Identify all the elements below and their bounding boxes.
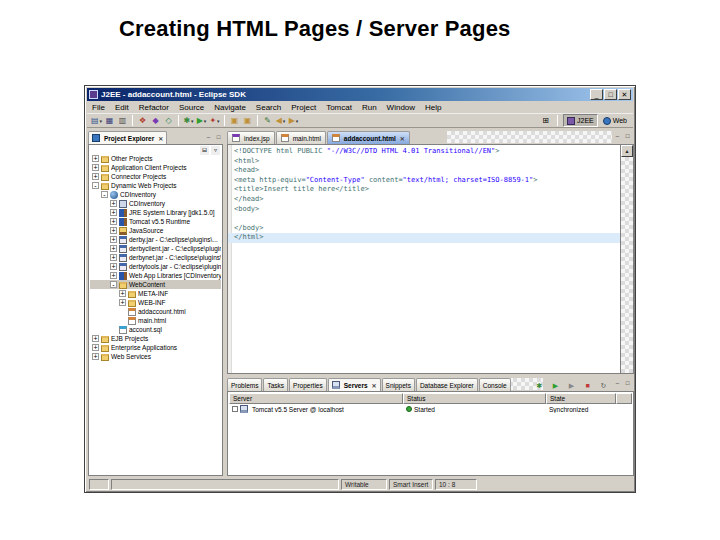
maximize-view-icon[interactable]: □ (623, 379, 632, 388)
collapse-icon[interactable]: - (110, 281, 117, 288)
expand-icon[interactable]: + (92, 353, 99, 360)
menu-project[interactable]: Project (286, 103, 321, 112)
tab-database-explorer[interactable]: Database Explorer (416, 378, 478, 391)
new-wizard-icon[interactable]: ▤▾ (90, 114, 103, 127)
expand-icon[interactable]: + (110, 218, 117, 225)
export-icon[interactable]: ▣ (241, 114, 254, 127)
tree-item[interactable]: +WEB-INF (90, 298, 221, 307)
tree-item[interactable]: +derbytools.jar - C:\eclipse\plugins\... (90, 262, 221, 271)
tree-item[interactable]: -CDInventory (90, 190, 221, 199)
collapse-icon[interactable]: - (101, 191, 108, 198)
minimize-view-icon[interactable]: – (204, 133, 213, 142)
column-status[interactable]: Status (403, 393, 546, 404)
tree-item[interactable]: +Tomcat v5.5 Runtime (90, 217, 221, 226)
maximize-view-icon[interactable]: □ (623, 132, 632, 141)
menu-edit[interactable]: Edit (110, 103, 134, 112)
menu-file[interactable]: File (87, 103, 110, 112)
scrollbar-track[interactable] (621, 157, 633, 373)
tree-item[interactable]: +EJB Projects (90, 334, 221, 343)
new-servlet-icon[interactable]: ◆ (149, 114, 162, 127)
expand-icon[interactable]: + (119, 290, 126, 297)
print-icon[interactable]: ▥ (116, 114, 129, 127)
expand-icon[interactable]: + (119, 299, 126, 306)
expand-icon[interactable]: + (92, 173, 99, 180)
menu-search[interactable]: Search (251, 103, 286, 112)
column-state[interactable]: State (546, 393, 616, 404)
minimize-button[interactable]: _ (590, 89, 603, 100)
minimize-view-icon[interactable]: – (613, 379, 622, 388)
menu-window[interactable]: Window (382, 103, 420, 112)
code-editor[interactable]: <!DOCTYPE html PUBLIC "-//W3C//DTD HTML … (227, 144, 634, 374)
tab-properties[interactable]: Properties (289, 378, 327, 391)
server-row[interactable]: Tomcat v5.5 Server @ localhostStartedSyn… (229, 404, 632, 414)
expand-icon[interactable]: + (92, 344, 99, 351)
tree-item[interactable]: addaccount.html (90, 307, 221, 316)
maximize-view-icon[interactable]: □ (214, 133, 223, 142)
tree-item[interactable]: +derbynet.jar - C:\eclipse\plugins\... (90, 253, 221, 262)
menu-refactor[interactable]: Refactor (134, 103, 174, 112)
menu-source[interactable]: Source (174, 103, 209, 112)
close-icon[interactable]: ✕ (158, 135, 163, 142)
menu-tomcat[interactable]: Tomcat (321, 103, 357, 112)
tree-item[interactable]: +Application Client Projects (90, 163, 221, 172)
editor-tab-addaccount-html[interactable]: addaccount.html✕ (327, 131, 410, 144)
expand-icon[interactable]: + (92, 335, 99, 342)
close-button[interactable]: ✕ (618, 89, 631, 100)
new-web-project-icon[interactable]: ❖ (136, 114, 149, 127)
expand-icon[interactable]: + (110, 227, 117, 234)
expand-icon[interactable]: + (110, 254, 117, 261)
save-icon[interactable]: ▦ (103, 114, 116, 127)
minimize-view-icon[interactable]: – (613, 132, 622, 141)
project-tree[interactable]: +Other Projects+Application Client Proje… (90, 154, 221, 474)
tree-item[interactable]: +JRE System Library [jdk1.5.0] (90, 208, 221, 217)
tree-item[interactable]: +Web App Libraries [CDInventory] (90, 271, 221, 280)
column-server[interactable]: Server (229, 393, 403, 404)
expand-icon[interactable]: + (110, 245, 117, 252)
tree-item[interactable]: +JavaSource (90, 226, 221, 235)
open-perspective-icon[interactable]: ⊞ (539, 114, 552, 127)
tree-item[interactable]: -Dynamic Web Projects (90, 181, 221, 190)
collapse-icon[interactable]: - (92, 182, 99, 189)
tree-item[interactable]: +Enterprise Applications (90, 343, 221, 352)
expand-icon[interactable]: + (92, 155, 99, 162)
debug-icon[interactable]: ✱▾ (182, 114, 195, 127)
tree-item[interactable]: +META-INF (90, 289, 221, 298)
forward-icon[interactable]: ▶▾ (287, 114, 300, 127)
tab-project-explorer[interactable]: Project Explorer ✕ (88, 131, 167, 144)
run-icon[interactable]: ▶▾ (195, 114, 208, 127)
tree-item[interactable]: main.html (90, 316, 221, 325)
tab-console[interactable]: Console (479, 378, 511, 391)
import-icon[interactable]: ▣ (228, 114, 241, 127)
new-jsp-icon[interactable]: ◇ (162, 114, 175, 127)
editor-tab-index-jsp[interactable]: index.jsp (227, 131, 275, 144)
perspective-web[interactable]: Web (600, 114, 630, 127)
external-tools-icon[interactable]: ✦▾ (208, 114, 221, 127)
window-titlebar[interactable]: J2EE - addaccount.html - Eclipse SDK _□✕ (87, 88, 633, 101)
tree-item[interactable]: +Other Projects (90, 154, 221, 163)
tab-problems[interactable]: Problems (227, 378, 262, 391)
expand-icon[interactable]: + (110, 263, 117, 270)
tree-item[interactable]: -WebContent (90, 280, 221, 289)
tree-item[interactable]: +CDInventory (90, 199, 221, 208)
menu-run[interactable]: Run (357, 103, 382, 112)
close-icon[interactable]: ✕ (372, 382, 377, 389)
tree-item[interactable]: account.sql (90, 325, 221, 334)
tab-snippets[interactable]: Snippets (382, 378, 415, 391)
tab-tasks[interactable]: Tasks (263, 378, 288, 391)
perspective-j2ee[interactable]: J2EE (563, 114, 598, 127)
back-icon[interactable]: ◀▾ (274, 114, 287, 127)
expand-icon[interactable]: + (110, 200, 117, 207)
server-row-checkbox[interactable] (232, 406, 238, 412)
scroll-up-icon[interactable]: ▲ (621, 145, 633, 157)
tree-item[interactable]: +derbyclient.jar - C:\eclipse\plugins\..… (90, 244, 221, 253)
expand-icon[interactable]: + (110, 209, 117, 216)
last-edit-location-icon[interactable]: ✎ (261, 114, 274, 127)
editor-tab-main-html[interactable]: main.html (276, 131, 326, 144)
tree-item[interactable]: +Connector Projects (90, 172, 221, 181)
expand-icon[interactable]: + (92, 164, 99, 171)
menu-help[interactable]: Help (420, 103, 446, 112)
tree-item[interactable]: +Web Services (90, 352, 221, 361)
editor-vertical-scrollbar[interactable]: ▲ (620, 145, 633, 373)
menu-navigate[interactable]: Navigate (209, 103, 251, 112)
expand-icon[interactable]: + (110, 272, 117, 279)
